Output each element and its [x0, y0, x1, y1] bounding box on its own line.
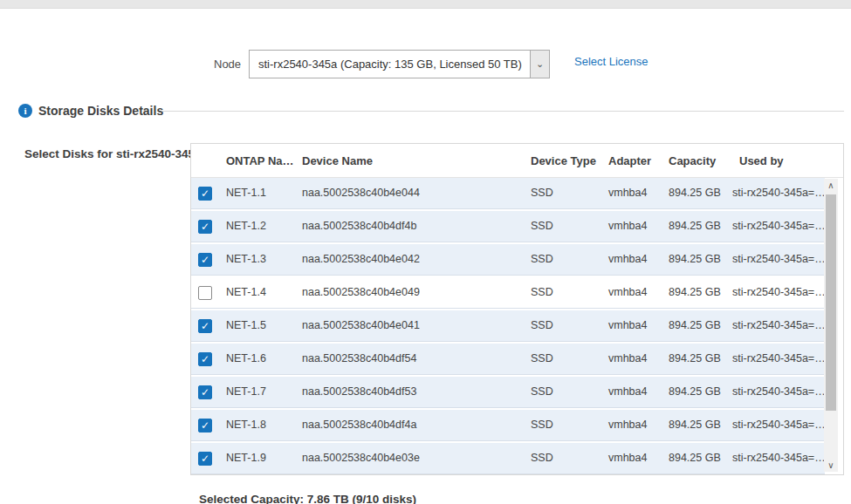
cell-used-by: sti-rx2540-345a=… — [732, 385, 825, 398]
disk-checkbox[interactable]: ✓ — [198, 385, 212, 399]
cell-capacity: 894.25 GB — [669, 187, 721, 199]
column-header-device-name: Device Name — [302, 154, 373, 167]
section-title: Storage Disks Details — [38, 104, 163, 118]
disk-table: ONTAP Na… Device Name Device Type Adapte… — [190, 143, 844, 475]
cell-ontap-name: NET-1.3 — [226, 253, 266, 265]
disk-checkbox[interactable]: ✓ — [198, 319, 212, 333]
cell-used-by: sti-rx2540-345a=… — [732, 187, 825, 199]
cell-device-type: SSD — [531, 452, 553, 464]
cell-adapter: vmhba4 — [608, 319, 647, 331]
cell-capacity: 894.25 GB — [669, 419, 721, 431]
cell-capacity: 894.25 GB — [669, 319, 721, 331]
cell-adapter: vmhba4 — [608, 385, 647, 398]
cell-adapter: vmhba4 — [608, 452, 647, 464]
cell-used-by: sti-rx2540-345a=… — [732, 452, 825, 464]
table-row[interactable]: ✓ NET-1.2 naa.5002538c40b4df4b SSD vmhba… — [191, 211, 825, 242]
cell-device-type: SSD — [531, 319, 553, 331]
check-icon: ✓ — [201, 420, 209, 431]
column-header-ontap-name: ONTAP Na… — [226, 154, 294, 167]
disk-checkbox[interactable]: ✓ — [198, 220, 212, 234]
node-label: Node — [214, 58, 241, 71]
cell-adapter: vmhba4 — [608, 286, 647, 298]
cell-adapter: vmhba4 — [608, 253, 647, 265]
disk-checkbox[interactable]: ✓ — [198, 286, 212, 300]
cell-used-by: sti-rx2540-345a=… — [732, 352, 825, 364]
cell-used-by: sti-rx2540-345a=… — [732, 220, 825, 232]
cell-ontap-name: NET-1.2 — [226, 220, 266, 232]
section-divider — [161, 111, 844, 112]
cell-used-by: sti-rx2540-345a=… — [732, 319, 825, 331]
cell-device-name: naa.5002538c40b4e042 — [302, 253, 420, 265]
cell-device-type: SSD — [531, 187, 553, 199]
disk-checkbox[interactable]: ✓ — [198, 253, 212, 267]
cell-capacity: 894.25 GB — [669, 286, 721, 298]
cell-device-name: naa.5002538c40b4df54 — [302, 352, 416, 364]
cell-device-name: naa.5002538c40b4df4b — [302, 220, 416, 232]
cell-ontap-name: NET-1.1 — [226, 187, 266, 199]
top-bar — [0, 0, 851, 9]
cell-device-type: SSD — [531, 220, 553, 232]
select-disks-label: Select Disks for sti-rx2540-345a — [24, 147, 202, 160]
cell-ontap-name: NET-1.4 — [226, 286, 266, 298]
cell-device-type: SSD — [531, 352, 553, 364]
table-row[interactable]: ✓ NET-1.5 naa.5002538c40b4e041 SSD vmhba… — [191, 310, 825, 342]
disk-table-header: ONTAP Na… Device Name Device Type Adapte… — [191, 144, 843, 178]
cell-ontap-name: NET-1.8 — [226, 419, 266, 431]
cell-capacity: 894.25 GB — [669, 253, 721, 265]
check-icon: ✓ — [201, 387, 209, 398]
check-icon: ✓ — [201, 321, 209, 331]
cell-ontap-name: NET-1.9 — [226, 452, 266, 464]
cell-ontap-name: NET-1.6 — [226, 352, 266, 364]
check-icon: ✓ — [201, 354, 209, 364]
cell-device-type: SSD — [531, 385, 553, 398]
column-header-used-by: Used by — [739, 154, 784, 167]
table-row[interactable]: ✓ NET-1.9 naa.5002538c40b4e03e SSD vmhba… — [191, 443, 825, 474]
table-row[interactable]: ✓ NET-1.7 naa.5002538c40b4df53 SSD vmhba… — [191, 377, 825, 408]
table-row[interactable]: ✓ NET-1.3 naa.5002538c40b4e042 SSD vmhba… — [191, 244, 825, 276]
column-header-capacity: Capacity — [669, 154, 716, 167]
cell-capacity: 894.25 GB — [669, 352, 721, 364]
disk-checkbox[interactable]: ✓ — [198, 452, 212, 466]
scroll-up-icon[interactable]: ∧ — [824, 179, 838, 192]
cell-device-name: naa.5002538c40b4df4a — [302, 419, 416, 431]
check-icon: ✓ — [201, 221, 209, 232]
table-scrollbar[interactable]: ∧ ∨ — [824, 179, 838, 472]
cell-capacity: 894.25 GB — [669, 385, 721, 398]
node-select-value: sti-rx2540-345a (Capacity: 135 GB, Licen… — [250, 58, 530, 71]
cell-device-name: naa.5002538c40b4e03e — [302, 452, 420, 464]
table-row[interactable]: ✓ NET-1.1 naa.5002538c40b4e044 SSD vmhba… — [191, 178, 825, 209]
cell-device-type: SSD — [531, 253, 553, 265]
cell-adapter: vmhba4 — [608, 220, 647, 232]
check-icon: ✓ — [201, 188, 209, 199]
disk-checkbox[interactable]: ✓ — [198, 419, 212, 432]
selected-capacity-summary: Selected Capacity: 7.86 TB (9/10 disks) — [199, 493, 416, 504]
cell-adapter: vmhba4 — [608, 187, 647, 199]
scrollbar-thumb[interactable] — [826, 194, 836, 411]
disk-checkbox[interactable]: ✓ — [198, 187, 212, 201]
cell-device-name: naa.5002538c40b4e049 — [302, 286, 420, 298]
scroll-down-icon[interactable]: ∨ — [824, 459, 838, 472]
column-header-device-type: Device Type — [531, 154, 596, 167]
cell-capacity: 894.25 GB — [669, 452, 721, 464]
table-row[interactable]: ✓ NET-1.6 naa.5002538c40b4df54 SSD vmhba… — [191, 344, 825, 375]
disk-checkbox[interactable]: ✓ — [198, 352, 212, 366]
cell-adapter: vmhba4 — [608, 352, 647, 364]
node-select-dropdown[interactable]: sti-rx2540-345a (Capacity: 135 GB, Licen… — [249, 50, 550, 78]
cell-capacity: 894.25 GB — [669, 220, 721, 232]
info-icon[interactable]: i — [18, 104, 32, 118]
cell-used-by: sti-rx2540-345a=… — [732, 286, 825, 298]
disk-rows: ✓ NET-1.1 naa.5002538c40b4e044 SSD vmhba… — [191, 178, 825, 475]
table-row[interactable]: ✓ NET-1.4 naa.5002538c40b4e049 SSD vmhba… — [191, 277, 825, 309]
cell-ontap-name: NET-1.5 — [226, 319, 266, 331]
cell-device-type: SSD — [531, 286, 553, 298]
cell-used-by: sti-rx2540-345a=… — [732, 253, 825, 265]
chevron-down-icon[interactable]: ⌄ — [530, 51, 549, 78]
column-header-adapter: Adapter — [608, 154, 651, 167]
check-icon: ✓ — [201, 453, 209, 464]
select-license-link[interactable]: Select License — [574, 55, 649, 68]
storage-disks-page: Node sti-rx2540-345a (Capacity: 135 GB, … — [0, 0, 851, 504]
table-row[interactable]: ✓ NET-1.8 naa.5002538c40b4df4a SSD vmhba… — [191, 410, 825, 441]
cell-ontap-name: NET-1.7 — [226, 385, 266, 398]
cell-device-name: naa.5002538c40b4e041 — [302, 319, 420, 331]
cell-device-name: naa.5002538c40b4df53 — [302, 385, 416, 398]
